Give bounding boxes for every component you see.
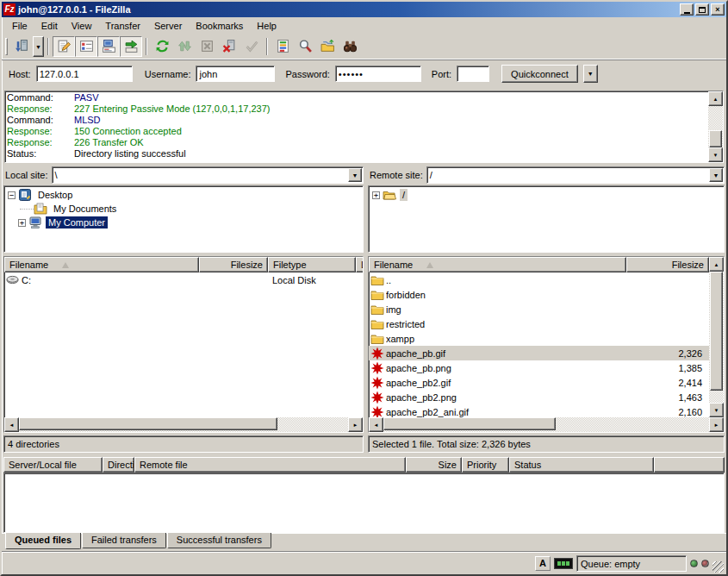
remote-file-row[interactable]: forbidden <box>369 287 709 302</box>
remote-file-list: Filename Filesize .. forbidden img restr… <box>368 256 725 433</box>
username-input[interactable] <box>196 66 275 82</box>
menu-server[interactable]: Server <box>147 19 189 33</box>
speed-limit-indicator-icon[interactable] <box>554 558 573 569</box>
directory-comparison-button[interactable] <box>316 36 339 57</box>
remote-file-row[interactable]: apache_pb2.png1,463 <box>369 390 709 404</box>
maximize-button[interactable] <box>695 3 709 16</box>
scroll-up-button[interactable]: ▲ <box>708 91 723 106</box>
site-manager-dropdown[interactable]: ▼ <box>33 36 44 57</box>
port-input[interactable] <box>457 66 489 82</box>
scroll-right-button[interactable]: ► <box>348 417 363 432</box>
remote-file-row[interactable]: img <box>369 302 709 316</box>
column-header-filename[interactable]: Filename <box>369 257 626 272</box>
menu-edit[interactable]: Edit <box>34 19 65 33</box>
cancel-operation-button[interactable] <box>196 36 218 57</box>
site-manager-button[interactable] <box>10 36 33 57</box>
column-header-last-modified[interactable]: L <box>356 257 363 272</box>
refresh-button[interactable] <box>151 36 173 57</box>
message-log[interactable]: Command:PASV Response:227 Entering Passi… <box>4 91 724 163</box>
scroll-down-button[interactable]: ▼ <box>708 147 723 162</box>
menu-file[interactable]: File <box>5 19 34 33</box>
column-header-server-local-file[interactable]: Server/Local file <box>3 457 103 473</box>
quickconnect-button[interactable]: Quickconnect <box>501 65 578 83</box>
resize-grip[interactable] <box>712 561 724 573</box>
local-site-combo[interactable]: \ ▼ <box>52 166 364 184</box>
minimize-button[interactable] <box>680 3 694 16</box>
menu-transfer[interactable]: Transfer <box>98 19 147 33</box>
image-file-icon <box>370 405 384 418</box>
scrollbar-thumb[interactable] <box>19 417 277 430</box>
chevron-down-icon[interactable]: ▼ <box>709 168 723 182</box>
scrollbar-thumb[interactable] <box>710 272 723 391</box>
local-file-row[interactable]: C: Local Disk <box>4 272 363 287</box>
remote-vertical-scrollbar[interactable]: ▲ ▼ <box>709 257 724 417</box>
remote-file-row[interactable]: apache_pb2.gif2,414 <box>369 375 709 390</box>
scroll-right-button[interactable]: ► <box>709 417 724 432</box>
tab-failed-transfers[interactable]: Failed transfers <box>82 533 166 548</box>
file-name: apache_pb.gif <box>386 348 626 359</box>
recheck-connection-button[interactable] <box>240 36 263 57</box>
local-horizontal-scrollbar[interactable]: ◄ ► <box>4 417 363 432</box>
expand-icon[interactable]: + <box>18 219 26 227</box>
transfer-type-indicator[interactable]: A <box>535 556 551 571</box>
column-header-filler <box>654 457 725 473</box>
remote-horizontal-scrollbar[interactable]: ◄ ► <box>369 417 724 432</box>
remote-tree[interactable]: + / <box>368 185 725 253</box>
column-header-direction[interactable]: Directi... <box>103 457 134 473</box>
scroll-left-button[interactable]: ◄ <box>369 417 383 432</box>
scroll-left-button[interactable]: ◄ <box>4 417 19 432</box>
column-header-filetype[interactable]: Filetype <box>268 257 356 272</box>
filter-button[interactable] <box>271 36 294 57</box>
toolbar-grip[interactable] <box>5 38 8 55</box>
remote-file-row[interactable]: .. <box>369 272 709 287</box>
column-header-filename[interactable]: Filename <box>4 257 199 272</box>
file-search-button[interactable] <box>294 36 316 57</box>
remote-site-combo[interactable]: / ▼ <box>426 166 725 184</box>
toggle-local-tree-button[interactable] <box>75 36 97 57</box>
log-vertical-scrollbar[interactable]: ▲ ▼ <box>708 91 723 162</box>
toggle-remote-tree-button[interactable] <box>97 36 120 57</box>
tab-successful-transfers[interactable]: Successful transfers <box>167 533 271 548</box>
toggle-message-log-button[interactable] <box>53 36 75 57</box>
column-header-remote-file[interactable]: Remote file <box>134 457 406 473</box>
folder-icon <box>370 332 384 346</box>
chevron-down-icon[interactable]: ▼ <box>348 168 362 182</box>
remote-file-row[interactable]: restricted <box>369 316 709 331</box>
remote-file-row[interactable]: xampp <box>369 331 709 346</box>
synchronized-browsing-button[interactable] <box>339 36 361 57</box>
toggle-transfer-queue-button[interactable] <box>120 36 142 57</box>
password-input[interactable] <box>335 66 421 82</box>
tree-item-root[interactable]: + / <box>369 188 724 202</box>
menu-view[interactable]: View <box>65 19 99 33</box>
scrollbar-thumb[interactable] <box>383 417 556 430</box>
process-queue-icon <box>177 39 192 55</box>
disconnect-button[interactable] <box>218 36 240 57</box>
remote-file-row-selected[interactable]: apache_pb.gif2,326 <box>369 346 709 360</box>
tab-queued-files[interactable]: Queued files <box>5 533 81 549</box>
remote-file-row[interactable]: apache_pb.png1,385 <box>369 360 709 375</box>
column-header-status[interactable]: Status <box>509 457 654 473</box>
tree-item-my-computer[interactable]: + My Computer <box>4 216 363 229</box>
column-header-priority[interactable]: Priority <box>462 457 509 473</box>
quickconnect-dropdown[interactable]: ▼ <box>583 65 598 83</box>
title-bar[interactable]: Fz john@127.0.0.1 - FileZilla × <box>2 2 726 17</box>
column-header-filesize[interactable]: Filesize <box>626 257 709 272</box>
queue-body[interactable] <box>3 473 725 533</box>
menu-bookmarks[interactable]: Bookmarks <box>189 19 250 33</box>
scroll-up-button[interactable]: ▲ <box>709 257 724 272</box>
tree-item-desktop[interactable]: − Desktop <box>4 188 363 202</box>
collapse-icon[interactable]: − <box>8 191 16 199</box>
scroll-down-button[interactable]: ▼ <box>709 403 724 417</box>
column-header-filesize[interactable]: Filesize <box>199 257 268 272</box>
host-input[interactable] <box>36 66 133 82</box>
menu-help[interactable]: Help <box>250 19 283 33</box>
expand-icon[interactable]: + <box>372 191 380 199</box>
remote-file-row[interactable]: apache_pb2_ani.gif2,160 <box>369 404 709 417</box>
column-header-size[interactable]: Size <box>406 457 462 473</box>
local-tree[interactable]: − Desktop My Documents + My Computer <box>3 185 364 253</box>
close-button[interactable]: × <box>711 3 725 16</box>
tree-item-label: My Computer <box>46 216 108 229</box>
tree-item-my-documents[interactable]: My Documents <box>4 202 363 216</box>
process-queue-button[interactable] <box>173 36 196 57</box>
scrollbar-thumb[interactable] <box>709 130 722 147</box>
